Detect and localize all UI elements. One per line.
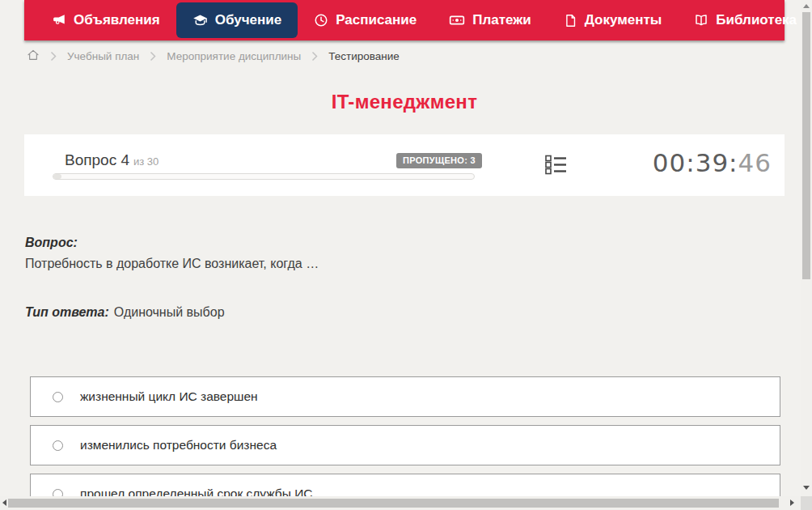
breadcrumb-item-testing: Тестирование [328, 50, 400, 62]
nav-item-library[interactable]: Библиотека [678, 2, 812, 38]
nav-item-learning[interactable]: Обучение [176, 2, 298, 38]
timer-hours-minutes: 00:39: [653, 148, 738, 177]
nav-item-label: Документы [585, 12, 662, 28]
question-total: из 30 [133, 155, 159, 168]
radio-button[interactable] [53, 392, 63, 402]
vertical-scrollbar[interactable] [801, 0, 812, 496]
nav-item-label: Расписание [336, 12, 417, 28]
timer: 00:39:46 [653, 148, 772, 177]
breadcrumb-separator-icon [311, 51, 318, 62]
radio-button[interactable] [53, 440, 63, 451]
vertical-scrollbar-thumb[interactable] [802, 12, 810, 279]
nav-item-label: Объявления [74, 12, 160, 28]
scroll-left-arrow-icon[interactable] [2, 499, 6, 506]
document-icon [564, 14, 577, 28]
page-title: IT-менеджмент [24, 91, 785, 113]
answer-type-row: Тип ответа:Одиночный выбор [25, 305, 225, 320]
clock-icon [314, 13, 328, 28]
progress-fill [53, 174, 61, 179]
nav-item-schedule[interactable]: Расписание [298, 2, 433, 38]
question-number: Вопрос 4 [65, 151, 129, 168]
nav-item-documents[interactable]: Документы [548, 2, 679, 38]
question-list-button[interactable] [545, 155, 567, 178]
breadcrumb-item-discipline-event[interactable]: Мероприятие дисциплины [167, 50, 301, 62]
answer-option-label: жизненный цикл ИС завершен [80, 389, 258, 404]
answer-options: жизненный цикл ИС завершен изменились по… [30, 376, 780, 510]
breadcrumb-item-curriculum[interactable]: Учебный план [67, 50, 139, 62]
page-content: Объявления Обучение Расписание Платежи [24, 0, 785, 510]
main-navbar: Объявления Обучение Расписание Платежи [24, 0, 785, 40]
horizontal-scrollbar[interactable] [0, 496, 801, 510]
scroll-up-arrow-icon[interactable] [803, 4, 810, 8]
scroll-down-arrow-icon[interactable] [803, 486, 810, 490]
banknote-icon [449, 12, 465, 28]
question-heading: Вопрос: [25, 236, 78, 250]
graduation-cap-icon [192, 13, 208, 28]
horizontal-scrollbar-thumb[interactable] [8, 499, 779, 508]
progress-bar [53, 173, 475, 180]
breadcrumb-separator-icon [50, 51, 57, 62]
open-book-icon [694, 13, 708, 28]
browser-viewport: Объявления Обучение Расписание Платежи [0, 0, 812, 510]
breadcrumb-separator-icon [150, 51, 156, 62]
question-text: Потребность в доработке ИС возникает, ко… [25, 257, 319, 271]
answer-type-label: Тип ответа: [25, 305, 109, 319]
answer-option[interactable]: изменились потребности бизнеса [30, 425, 780, 465]
megaphone-icon [52, 13, 66, 28]
scroll-right-arrow-icon[interactable] [790, 499, 794, 506]
nav-item-label: Платежи [472, 12, 531, 28]
answer-type-value: Одиночный выбор [114, 305, 225, 319]
answer-option[interactable]: жизненный цикл ИС завершен [30, 376, 780, 417]
quiz-header-card: Вопрос 4из 30 ПРОПУЩЕНО: 3 00:39:46 [24, 134, 785, 196]
nav-item-label: Обучение [215, 12, 281, 28]
home-icon[interactable] [27, 49, 40, 64]
nav-item-payments[interactable]: Платежи [433, 2, 548, 38]
nav-item-announcements[interactable]: Объявления [36, 2, 176, 38]
nav-item-label: Библиотека [716, 12, 797, 28]
answer-option-label: изменились потребности бизнеса [80, 438, 277, 453]
timer-seconds: 46 [738, 148, 772, 177]
skipped-badge: ПРОПУЩЕНО: 3 [396, 153, 482, 168]
breadcrumb: Учебный план Мероприятие дисциплины Тест… [27, 49, 400, 64]
scrollbar-corner [801, 496, 812, 510]
question-counter: Вопрос 4из 30 [65, 151, 159, 169]
